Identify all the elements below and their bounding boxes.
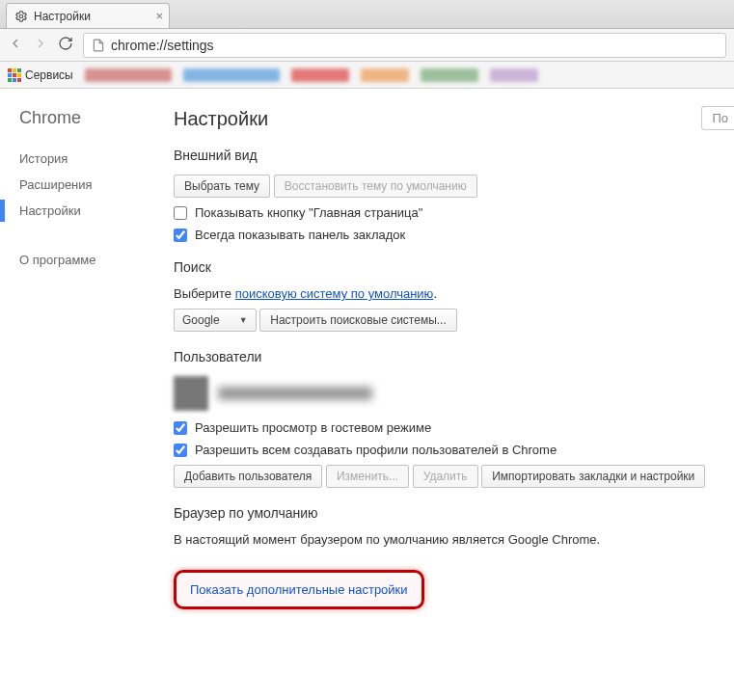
checkbox-input[interactable] [174,444,187,457]
browser-tab-settings[interactable]: Настройки × [6,3,170,28]
choose-theme-button[interactable]: Выбрать тему [174,175,270,198]
checkbox-label: Разрешить всем создавать профили пользов… [195,443,557,457]
sidebar: Chrome История Расширения Настройки О пр… [0,89,164,700]
search-engine-select[interactable]: Google ▼ [174,309,257,332]
bookmark-item[interactable] [361,68,409,82]
checkbox-label: Разрешить просмотр в гостевом режиме [195,420,431,435]
checkbox-input[interactable] [174,206,187,220]
apps-shortcut[interactable]: Сервисы [8,68,73,82]
section-heading: Браузер по умолчанию [174,505,734,521]
section-appearance: Внешний вид Выбрать тему Восстановить те… [174,148,734,242]
show-home-button-checkbox[interactable]: Показывать кнопку "Главная страница" [174,205,734,220]
sidebar-brand: Chrome [19,108,164,128]
bookmark-item[interactable] [183,68,280,82]
section-users: Пользователи Разрешить просмотр в гостев… [174,349,734,488]
page-title: Настройки [174,108,734,130]
settings-search-input[interactable]: По [701,106,734,130]
checkbox-input[interactable] [174,421,187,435]
default-browser-status: В настоящий момент браузером по умолчани… [174,532,734,547]
settings-main: По Настройки Внешний вид Выбрать тему Во… [164,89,734,700]
user-row [174,376,734,411]
tab-strip: Настройки × [0,0,734,29]
advanced-settings-highlight: Показать дополнительные настройки [174,570,424,609]
add-user-button[interactable]: Добавить пользователя [174,465,322,488]
section-heading: Поиск [174,259,734,275]
search-placeholder: По [712,111,728,125]
avatar [174,376,208,411]
page-icon [92,39,105,52]
always-show-bookmarks-checkbox[interactable]: Всегда показывать панель закладок [174,228,734,242]
checkbox-label: Показывать кнопку "Главная страница" [195,205,422,220]
bookmarks-bar: Сервисы [0,62,734,89]
section-heading: Пользователи [174,349,734,364]
bookmark-item[interactable] [291,68,349,82]
bookmark-item[interactable] [490,68,538,82]
default-search-link[interactable]: поисковую систему по умолчанию [235,286,434,301]
manage-search-engines-button[interactable]: Настроить поисковые системы... [259,309,457,332]
select-value: Google [182,313,220,327]
back-icon[interactable] [8,36,23,55]
address-text: chrome://settings [111,38,214,53]
sidebar-item-history[interactable]: История [19,146,164,172]
apps-label: Сервисы [25,68,73,82]
section-default-browser: Браузер по умолчанию В настоящий момент … [174,505,734,547]
close-icon[interactable]: × [155,9,163,23]
toolbar: chrome://settings [0,29,734,62]
sidebar-item-about[interactable]: О программе [19,247,164,273]
sidebar-item-extensions[interactable]: Расширения [19,172,164,198]
bookmark-item[interactable] [85,68,172,82]
search-desc-prefix: Выберите [174,286,235,301]
forward-icon[interactable] [33,36,48,55]
reset-theme-button[interactable]: Восстановить тему по умолчанию [274,175,477,198]
svg-point-0 [19,14,23,18]
checkbox-label: Всегда показывать панель закладок [195,228,405,242]
tab-title: Настройки [34,10,91,23]
allow-guest-checkbox[interactable]: Разрешить просмотр в гостевом режиме [174,420,734,435]
section-search: Поиск Выберите поисковую систему по умол… [174,259,734,332]
section-heading: Внешний вид [174,148,734,163]
show-advanced-link[interactable]: Показать дополнительные настройки [177,573,421,606]
apps-icon [8,68,21,82]
user-name [218,387,372,400]
bookmark-item[interactable] [421,68,478,82]
reload-icon[interactable] [58,36,73,55]
checkbox-input[interactable] [174,229,187,242]
edit-user-button[interactable]: Изменить... [326,465,409,488]
gear-icon [14,10,28,23]
sidebar-item-settings[interactable]: Настройки [19,198,164,224]
chevron-down-icon: ▼ [239,315,248,325]
delete-user-button[interactable]: Удалить [413,465,478,488]
import-button[interactable]: Импортировать закладки и настройки [481,465,705,488]
allow-add-profiles-checkbox[interactable]: Разрешить всем создавать профили пользов… [174,443,734,457]
address-bar[interactable]: chrome://settings [83,33,726,58]
